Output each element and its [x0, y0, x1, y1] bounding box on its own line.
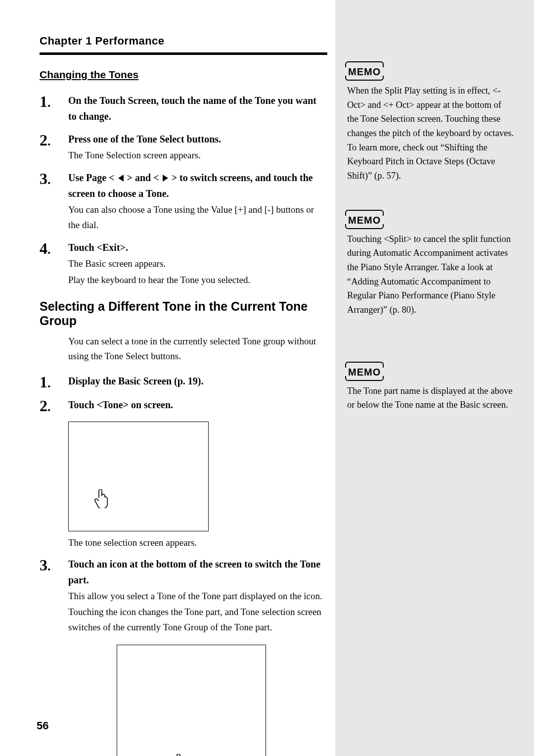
memo-label-icon: MEMO	[347, 64, 382, 79]
step-body: Display the Basic Screen (p. 19).	[68, 373, 335, 390]
step-detail: Play the keyboard to hear the Tone you s…	[68, 273, 325, 287]
page-number: 56	[37, 719, 48, 732]
subheading: Selecting a Different Tone in the Curren…	[40, 299, 335, 328]
step-number: 1.	[40, 373, 68, 390]
step-body: Touch <Tone> on screen.	[68, 397, 335, 414]
step-instruction: Touch <Exit>.	[68, 239, 325, 255]
step: 3. Use Page < > and < > to switch screen…	[40, 170, 335, 233]
memo-label-icon: MEMO	[347, 213, 382, 227]
step-instruction: On the Touch Screen, touch the name of t…	[68, 93, 325, 124]
step-detail: The Tone Selection screen appears.	[68, 148, 325, 163]
step: 3. Touch an icon at the bottom of the sc…	[40, 556, 335, 635]
step: 1. On the Touch Screen, touch the name o…	[40, 93, 335, 124]
intro-text: You can select a tone in the currently s…	[68, 334, 325, 364]
memo-text: Touching <Split> to cancel the split fun…	[347, 232, 514, 317]
main-column: Chapter 1 Performance Changing the Tones…	[0, 0, 335, 756]
step: 2. Touch <Tone> on screen.	[40, 397, 335, 414]
step-number: 1.	[40, 93, 68, 124]
memo-block: MEMO Touching <Split> to cancel the spli…	[347, 213, 514, 317]
step-body: Use Page < > and < > to switch screens, …	[68, 170, 335, 233]
step-number: 4.	[40, 239, 68, 287]
step-instruction: Touch <Tone> on screen.	[68, 397, 325, 413]
step-detail: Touching the icon changes the Tone part,…	[68, 605, 325, 635]
figure-caption: The tone selection screen appears.	[68, 537, 335, 548]
step-number: 3.	[40, 170, 68, 233]
step-number: 2.	[40, 131, 68, 163]
memo-block: MEMO When the Split Play setting is in e…	[347, 64, 514, 183]
step-body: Press one of the Tone Select buttons. Th…	[68, 131, 335, 163]
triangle-right-icon	[163, 175, 168, 182]
step-instruction: Display the Basic Screen (p. 19).	[68, 373, 325, 389]
side-column: MEMO When the Split Play setting is in e…	[335, 0, 534, 756]
triangle-left-icon	[118, 175, 124, 182]
figure-placeholder	[68, 422, 209, 531]
step: 2. Press one of the Tone Select buttons.…	[40, 131, 335, 163]
step-number: 2.	[40, 397, 68, 414]
step-body: Touch an icon at the bottom of the scree…	[68, 556, 335, 635]
step: 1. Display the Basic Screen (p. 19).	[40, 373, 335, 390]
memo-label-icon: MEMO	[347, 365, 382, 379]
step-instruction: Press one of the Tone Select buttons.	[68, 131, 325, 147]
memo-block: MEMO The Tone part name is displayed at …	[347, 365, 514, 412]
step-body: Touch <Exit>. The Basic screen appears. …	[68, 239, 335, 287]
step-detail: The Basic screen appears.	[68, 256, 325, 271]
section-title: Changing the Tones	[40, 69, 335, 81]
page: Chapter 1 Performance Changing the Tones…	[0, 0, 534, 756]
chapter-title: Chapter 1 Performance	[40, 35, 335, 47]
memo-text: The Tone part name is displayed at the a…	[347, 384, 514, 412]
step-detail: This allow you select a Tone of the Tone…	[68, 589, 325, 604]
step-detail: You can also choose a Tone using the Val…	[68, 202, 325, 233]
step-number: 3.	[40, 556, 68, 635]
touch-icon	[172, 754, 186, 756]
touch-icon	[93, 489, 108, 511]
step: 4. Touch <Exit>. The Basic screen appear…	[40, 239, 335, 287]
figure-placeholder	[117, 645, 266, 756]
step-instruction: Use Page < > and < > to switch screens, …	[68, 170, 325, 201]
step-instruction: Touch an icon at the bottom of the scree…	[68, 556, 325, 588]
memo-text: When the Split Play setting is in effect…	[347, 84, 514, 183]
rule	[40, 52, 327, 55]
step-body: On the Touch Screen, touch the name of t…	[68, 93, 335, 124]
